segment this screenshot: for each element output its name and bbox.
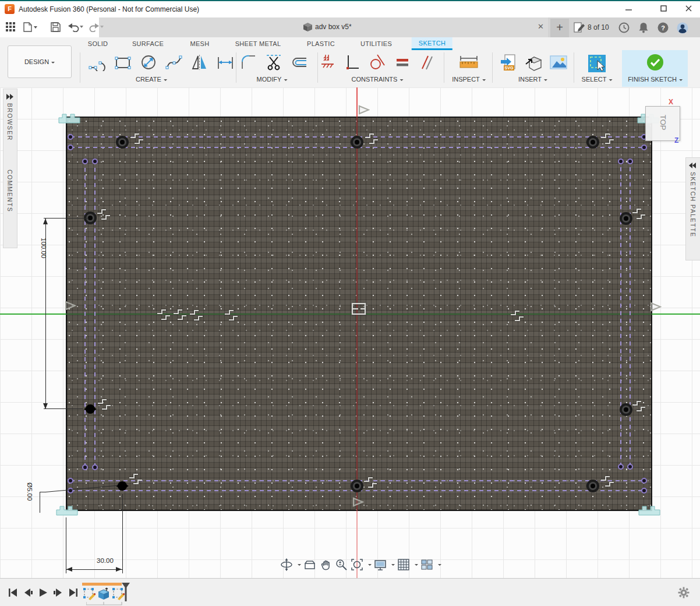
sketch-hole[interactable]: [591, 140, 595, 145]
equal-constraint-button[interactable]: [394, 54, 411, 73]
sketch-point[interactable]: [82, 158, 88, 164]
finish-sketch-button[interactable]: FINISH SKETCH: [622, 50, 688, 87]
sketch-point[interactable]: [641, 478, 647, 484]
profile-highlight[interactable]: [638, 505, 660, 518]
look-at-button[interactable]: [303, 557, 317, 572]
timeline-extrude-feature[interactable]: [97, 587, 110, 600]
fit-button[interactable]: [350, 557, 364, 572]
sketch-point[interactable]: [641, 145, 647, 150]
sketch-point[interactable]: [618, 158, 624, 164]
offset-tool-button[interactable]: [290, 54, 307, 73]
select-tool-button[interactable]: [587, 54, 607, 76]
minimize-button[interactable]: [617, 1, 640, 17]
sketch-palette-panel-tab[interactable]: SKETCH PALETTE: [685, 157, 700, 260]
timeline-go-to-start-button[interactable]: [7, 587, 19, 601]
tab-plastic[interactable]: PLASTIC: [307, 40, 335, 47]
timeline-position-marker[interactable]: [122, 583, 131, 604]
display-settings-button[interactable]: [373, 557, 387, 572]
tab-sheet-metal[interactable]: SHEET METAL: [235, 40, 281, 47]
circle-tool-button[interactable]: [140, 54, 157, 73]
sketch-palette-label[interactable]: SKETCH PALETTE: [690, 172, 697, 237]
save-button[interactable]: [51, 22, 61, 34]
sketch-point[interactable]: [618, 464, 624, 470]
constraint-badge-icon[interactable]: [364, 133, 379, 147]
timeline-sketch-feature[interactable]: [83, 587, 96, 600]
insert-image-button[interactable]: [549, 54, 568, 73]
create-group-label[interactable]: CREATE: [136, 76, 167, 83]
constraint-badge-icon[interactable]: [96, 209, 111, 223]
workspace-selector[interactable]: DESIGN: [8, 45, 72, 78]
select-group-label[interactable]: SELECT: [582, 76, 613, 83]
sketch-hole[interactable]: [591, 484, 595, 488]
constraint-badge-icon[interactable]: [129, 133, 144, 147]
tab-sketch[interactable]: SKETCH: [412, 37, 452, 50]
profile-button[interactable]: [677, 22, 688, 36]
sketch-hole[interactable]: [88, 216, 93, 220]
sketch-hole[interactable]: [120, 140, 125, 145]
sketch-point[interactable]: [627, 158, 633, 164]
insert-group-label[interactable]: INSERT: [518, 76, 547, 83]
zoom-button[interactable]: [334, 557, 348, 572]
timeline-go-to-end-button[interactable]: [68, 587, 79, 601]
pan-button[interactable]: [319, 557, 333, 572]
document-close-button[interactable]: ✕: [538, 22, 544, 31]
rectangle-tool-button[interactable]: [114, 54, 132, 73]
left-panel-tab[interactable]: BROWSER COMMENTS: [3, 89, 17, 248]
timeline-step-back-button[interactable]: [22, 587, 34, 601]
caret-down-icon[interactable]: [438, 564, 441, 568]
insert-svg-button[interactable]: SVG: [500, 54, 519, 75]
sketch-hole-selected[interactable]: [118, 481, 127, 491]
sketch-point[interactable]: [68, 134, 73, 140]
sketch-hole-selected[interactable]: [86, 404, 95, 414]
mirror-tool-button[interactable]: [191, 54, 208, 73]
profile-highlight[interactable]: [56, 505, 78, 518]
dimension-value-30[interactable]: 30.00: [97, 557, 114, 564]
tab-surface[interactable]: SURFACE: [132, 40, 164, 47]
file-menu-button[interactable]: [23, 22, 37, 34]
constraint-badge-icon[interactable]: [510, 310, 525, 324]
undo-button[interactable]: [68, 22, 83, 34]
viewports-button[interactable]: [420, 557, 434, 572]
sketch-point[interactable]: [92, 158, 98, 164]
sketch-point[interactable]: [68, 488, 73, 494]
dimension-value-100[interactable]: 100.00: [40, 238, 47, 258]
caret-down-icon[interactable]: [415, 564, 418, 568]
app-grid-menu-button[interactable]: [6, 22, 16, 34]
timeline-step-forward-button[interactable]: [52, 587, 64, 601]
caret-down-icon[interactable]: [368, 564, 372, 568]
constraints-group-label[interactable]: CONSTRAINTS: [352, 76, 404, 83]
constraint-badge-icon[interactable]: [97, 399, 112, 413]
constraint-badge-icon[interactable]: [600, 475, 615, 489]
recent-activity-button[interactable]: [618, 22, 630, 36]
job-status-button[interactable]: [574, 22, 585, 36]
constraint-badge-icon[interactable]: [363, 477, 378, 491]
constraint-badge-icon[interactable]: [172, 309, 188, 323]
timeline-settings-button[interactable]: [678, 587, 690, 601]
parallel-constraint-button[interactable]: [419, 54, 435, 73]
dimension-tool-button[interactable]: [217, 54, 234, 73]
tangent-constraint-button[interactable]: [369, 54, 386, 73]
sketch-point[interactable]: [68, 145, 73, 150]
browser-panel-label[interactable]: BROWSER: [6, 103, 13, 141]
tab-utilities[interactable]: UTILITIES: [360, 40, 392, 47]
measure-tool-button[interactable]: [458, 54, 479, 73]
constraint-badge-icon[interactable]: [224, 309, 239, 323]
tab-mesh[interactable]: MESH: [190, 40, 210, 47]
sketch-hole[interactable]: [355, 140, 359, 145]
timeline-play-button[interactable]: [37, 587, 49, 601]
viewcube[interactable]: TOP: [645, 106, 680, 141]
constraint-badge-icon[interactable]: [631, 208, 646, 222]
help-button[interactable]: ?: [657, 22, 669, 36]
fillet-tool-button[interactable]: [240, 54, 257, 73]
constraint-badge-icon[interactable]: [156, 309, 171, 323]
origin-constraint-icon[interactable]: [350, 301, 369, 319]
sketch-hole[interactable]: [624, 407, 628, 412]
sketch-hole[interactable]: [624, 216, 628, 221]
maximize-button[interactable]: [652, 1, 675, 17]
trim-tool-button[interactable]: [265, 54, 282, 73]
constraint-badge-icon[interactable]: [128, 473, 143, 487]
dimension-line[interactable]: [66, 569, 122, 570]
caret-down-icon[interactable]: [298, 564, 301, 568]
inspect-group-label[interactable]: INSPECT: [452, 76, 486, 83]
profile-highlight[interactable]: [58, 113, 80, 126]
